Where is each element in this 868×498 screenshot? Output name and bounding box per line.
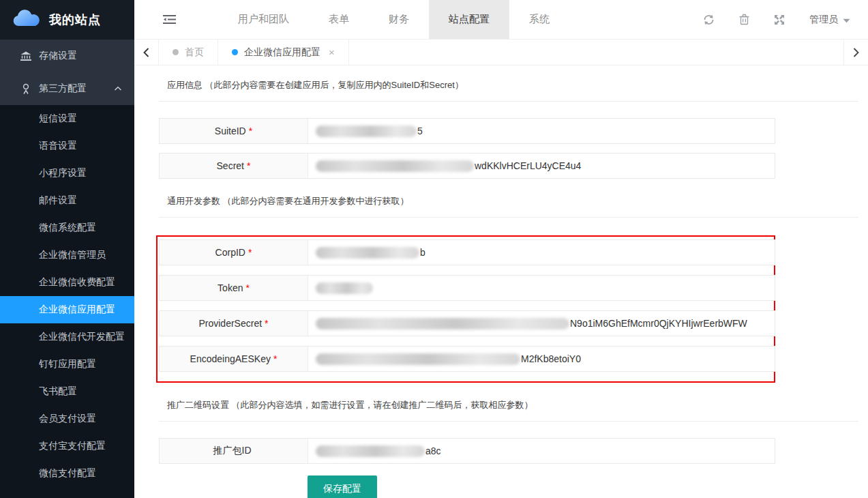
sidebar-item-third-party-config[interactable]: 第三方配置 <box>0 72 134 105</box>
tab-home[interactable]: 首页 <box>159 40 218 65</box>
field-label: 推广包ID <box>160 439 308 463</box>
sidebar-item-wechat-payment-config[interactable]: 微信支付配置 <box>0 460 134 487</box>
form-row-token: Token* <box>159 275 775 301</box>
tab-status-dot <box>173 49 179 55</box>
top-header: 用户和团队 表单 财务 站点配置 系统 <box>134 0 868 40</box>
tab-status-dot <box>232 49 238 55</box>
section-title-promo-qrcode: 推广二维码设置 （此部分内容选填，如需进行设置，请在创建推广二维码后，获取相应参… <box>159 383 858 422</box>
redacted-blur <box>316 445 425 457</box>
sidebar-item-wecom-app-config[interactable]: 企业微信应用配置 <box>0 296 134 323</box>
fullscreen-icon[interactable] <box>774 14 785 25</box>
cloud-logo-icon <box>11 8 42 32</box>
nav-tab-finance[interactable]: 财务 <box>369 0 429 39</box>
required-mark: * <box>249 126 252 136</box>
sidebar-item-wecom-billing-config[interactable]: 企业微信收费配置 <box>0 269 134 296</box>
user-name: 管理员 <box>809 14 838 26</box>
bank-icon <box>19 50 33 61</box>
logo: 我的站点 <box>0 0 134 40</box>
corpid-field[interactable]: b <box>308 240 775 265</box>
tab-label: 首页 <box>185 46 204 59</box>
form-row-secret: Secret* wdKKlvHCErLU4yCE4u4 <box>159 153 775 179</box>
form-row-suiteid: SuiteID* 5 <box>159 118 775 144</box>
form-row-encodeingaeskey: EncodeingAESKey* M2fKb8etoiY0 <box>159 346 775 372</box>
required-mark: * <box>247 160 250 171</box>
sidebar-item-mail-settings[interactable]: 邮件设置 <box>0 187 134 214</box>
providersecret-field[interactable]: N9o1iM6GhEfMcmr0QjKYHIjwrEerbWFW <box>308 311 775 336</box>
user-menu[interactable]: 管理员 <box>809 14 850 26</box>
field-label: ProviderSecret* <box>160 311 308 336</box>
suiteid-field[interactable]: 5 <box>308 119 775 143</box>
topbar-actions: 管理员 <box>703 0 868 39</box>
redacted-blur <box>316 353 520 365</box>
field-label: Token* <box>160 276 308 300</box>
save-config-button[interactable]: 保存配置 <box>308 475 377 498</box>
field-label: SuiteID* <box>160 119 308 143</box>
encodeingaeskey-field[interactable]: M2fKb8etoiY0 <box>308 347 775 371</box>
sidebar-item-label: 存储设置 <box>39 50 77 62</box>
field-label: EncodeingAESKey* <box>160 347 308 371</box>
section-title-common-dev-params: 通用开发参数 （此部分内容需要在通用开发参数中进行获取） <box>159 179 858 218</box>
nav-tab-system[interactable]: 系统 <box>509 0 569 39</box>
form-row-promo-package-id: 推广包ID a8c <box>159 438 775 464</box>
refresh-icon[interactable] <box>703 14 715 25</box>
required-mark: * <box>265 318 268 329</box>
redacted-blur <box>316 160 474 172</box>
form-row-corpid: CorpID* b <box>159 239 775 265</box>
trash-icon[interactable] <box>739 14 749 25</box>
tabs-scroll-right-icon[interactable] <box>843 40 868 65</box>
person-share-icon <box>19 83 33 95</box>
form-row-providersecret: ProviderSecret* N9o1iM6GhEfMcmr0QjKYHIjw… <box>159 310 775 336</box>
highlight-red-box: CorpID* b Token* <box>156 235 775 383</box>
sidebar-item-miniprogram-settings[interactable]: 小程序设置 <box>0 160 134 187</box>
sidebar-item-storage-settings[interactable]: 存储设置 <box>0 40 134 72</box>
sidebar-submenu: 短信设置 语音设置 小程序设置 邮件设置 微信系统配置 企业微信管理员 企业微信… <box>0 105 134 498</box>
section-title-app-info: 应用信息 （此部分内容需要在创建应用后，复制应用内的SuiteID和Secret… <box>159 71 858 102</box>
redacted-blur <box>316 247 419 259</box>
sidebar-item-alipay-payment-config[interactable]: 支付宝支付配置 <box>0 433 134 460</box>
top-nav: 用户和团队 表单 财务 站点配置 系统 <box>218 0 569 39</box>
field-label: Secret* <box>160 153 308 178</box>
nav-tab-forms[interactable]: 表单 <box>309 0 369 39</box>
tab-wecom-app-config[interactable]: 企业微信应用配置 × <box>218 40 349 65</box>
sidebar-collapse-icon[interactable] <box>163 14 176 25</box>
sidebar: 我的站点 存储设置 <box>0 0 134 498</box>
page-content: 应用信息 （此部分内容需要在创建应用后，复制应用内的SuiteID和Secret… <box>134 65 868 498</box>
main-column: 用户和团队 表单 财务 站点配置 系统 <box>134 0 868 498</box>
tab-label: 企业微信应用配置 <box>244 46 320 59</box>
nav-tab-users-teams[interactable]: 用户和团队 <box>218 0 309 39</box>
secret-field[interactable]: wdKKlvHCErLU4yCE4u4 <box>308 153 775 178</box>
chevron-down-icon <box>843 14 850 25</box>
required-mark: * <box>273 353 277 364</box>
chevron-up-icon <box>114 86 122 91</box>
sidebar-item-wecom-admin[interactable]: 企业微信管理员 <box>0 241 134 269</box>
redacted-blur <box>316 126 417 137</box>
tab-close-icon[interactable]: × <box>329 47 335 57</box>
sidebar-item-feishu-config[interactable]: 飞书配置 <box>0 378 134 405</box>
token-field[interactable] <box>308 276 775 300</box>
field-label: CorpID* <box>160 240 308 265</box>
sidebar-item-wechat-system-config[interactable]: 微信系统配置 <box>0 214 134 241</box>
sidebar-item-wecom-dev-proxy-config[interactable]: 企业微信代开发配置 <box>0 323 134 351</box>
promo-package-id-field[interactable]: a8c <box>308 439 775 463</box>
site-title: 我的站点 <box>49 12 101 28</box>
nav-tab-site-config[interactable]: 站点配置 <box>429 0 509 39</box>
app-window: 我的站点 存储设置 <box>0 0 868 498</box>
sidebar-item-voice-settings[interactable]: 语音设置 <box>0 132 134 160</box>
sidebar-item-member-payment-settings[interactable]: 会员支付设置 <box>0 405 134 433</box>
sidebar-item-dingtalk-app-config[interactable]: 钉钉应用配置 <box>0 351 134 378</box>
required-mark: * <box>245 282 249 293</box>
required-mark: * <box>248 247 252 258</box>
redacted-blur <box>316 318 569 329</box>
sidebar-item-label: 第三方配置 <box>39 83 87 95</box>
redacted-blur <box>316 282 373 294</box>
sidebar-top-menu: 存储设置 第三方配置 <box>0 40 134 105</box>
page-tabbar: 首页 企业微信应用配置 × <box>134 40 868 65</box>
tabs-scroll-left-icon[interactable] <box>134 40 159 65</box>
sidebar-item-sms-settings[interactable]: 短信设置 <box>0 105 134 132</box>
